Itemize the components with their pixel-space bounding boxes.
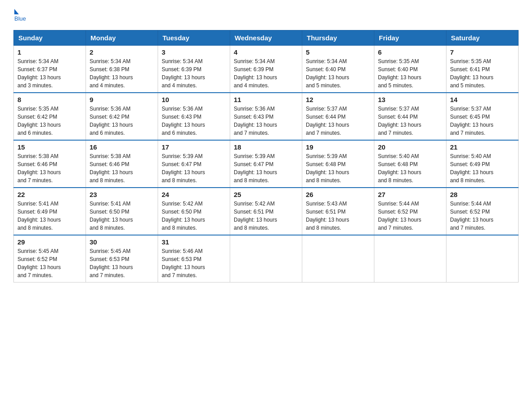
day-number: 6: [378, 48, 442, 56]
calendar-day-header: Friday: [374, 30, 446, 46]
calendar-table: SundayMondayTuesdayWednesdayThursdayFrid…: [13, 30, 519, 283]
day-info: Sunrise: 5:45 AMSunset: 6:52 PMDaylight:…: [17, 247, 82, 279]
day-number: 15: [17, 143, 82, 151]
day-number: 25: [234, 191, 298, 198]
day-info: Sunrise: 5:35 AMSunset: 6:40 PMDaylight:…: [378, 57, 442, 90]
day-number: 1: [17, 48, 82, 56]
day-number: 30: [90, 238, 154, 246]
day-info: Sunrise: 5:40 AMSunset: 6:49 PMDaylight:…: [450, 152, 515, 184]
calendar-day-cell: [302, 235, 374, 283]
day-number: 10: [162, 96, 226, 103]
calendar-week-row: 22Sunrise: 5:41 AMSunset: 6:49 PMDayligh…: [14, 188, 519, 235]
calendar-day-cell: 9Sunrise: 5:36 AMSunset: 6:42 PMDaylight…: [86, 93, 158, 140]
day-info: Sunrise: 5:41 AMSunset: 6:50 PMDaylight:…: [90, 200, 154, 232]
calendar-day-cell: 8Sunrise: 5:35 AMSunset: 6:42 PMDaylight…: [14, 93, 86, 140]
day-number: 19: [306, 143, 370, 151]
day-info: Sunrise: 5:34 AMSunset: 6:38 PMDaylight:…: [90, 57, 154, 90]
day-info: Sunrise: 5:44 AMSunset: 6:52 PMDaylight:…: [450, 200, 515, 232]
day-info: Sunrise: 5:34 AMSunset: 6:40 PMDaylight:…: [306, 57, 370, 90]
calendar-day-header: Sunday: [14, 30, 86, 46]
calendar-day-cell: 13Sunrise: 5:37 AMSunset: 6:44 PMDayligh…: [374, 93, 446, 140]
day-info: Sunrise: 5:36 AMSunset: 6:43 PMDaylight:…: [162, 105, 226, 137]
day-info: Sunrise: 5:42 AMSunset: 6:50 PMDaylight:…: [162, 200, 226, 232]
calendar-day-cell: 20Sunrise: 5:40 AMSunset: 6:48 PMDayligh…: [374, 140, 446, 188]
calendar-day-cell: 2Sunrise: 5:34 AMSunset: 6:38 PMDaylight…: [86, 46, 158, 93]
calendar-day-cell: [446, 235, 519, 283]
day-number: 11: [234, 96, 298, 103]
calendar-week-row: 8Sunrise: 5:35 AMSunset: 6:42 PMDaylight…: [14, 93, 519, 140]
day-number: 27: [378, 191, 442, 198]
calendar-day-cell: 26Sunrise: 5:43 AMSunset: 6:51 PMDayligh…: [302, 188, 374, 235]
calendar-day-cell: [374, 235, 446, 283]
day-info: Sunrise: 5:37 AMSunset: 6:45 PMDaylight:…: [450, 105, 515, 137]
day-number: 26: [306, 191, 370, 198]
calendar-day-cell: 14Sunrise: 5:37 AMSunset: 6:45 PMDayligh…: [446, 93, 519, 140]
calendar-day-cell: 12Sunrise: 5:37 AMSunset: 6:44 PMDayligh…: [302, 93, 374, 140]
day-info: Sunrise: 5:35 AMSunset: 6:41 PMDaylight:…: [450, 57, 515, 90]
calendar-day-cell: 28Sunrise: 5:44 AMSunset: 6:52 PMDayligh…: [446, 188, 519, 235]
calendar-day-cell: 22Sunrise: 5:41 AMSunset: 6:49 PMDayligh…: [14, 188, 86, 235]
calendar-day-cell: 17Sunrise: 5:39 AMSunset: 6:47 PMDayligh…: [158, 140, 230, 188]
day-info: Sunrise: 5:34 AMSunset: 6:39 PMDaylight:…: [234, 57, 298, 90]
day-number: 7: [450, 48, 515, 56]
day-info: Sunrise: 5:37 AMSunset: 6:44 PMDaylight:…: [306, 105, 370, 137]
calendar-day-cell: 25Sunrise: 5:42 AMSunset: 6:51 PMDayligh…: [230, 188, 302, 235]
day-number: 31: [162, 238, 226, 246]
day-info: Sunrise: 5:46 AMSunset: 6:53 PMDaylight:…: [162, 247, 226, 279]
calendar-day-cell: 7Sunrise: 5:35 AMSunset: 6:41 PMDaylight…: [446, 46, 519, 93]
day-number: 4: [234, 48, 298, 56]
calendar-day-cell: 27Sunrise: 5:44 AMSunset: 6:52 PMDayligh…: [374, 188, 446, 235]
calendar-week-row: 29Sunrise: 5:45 AMSunset: 6:52 PMDayligh…: [14, 235, 519, 283]
logo-triangle-icon: [14, 9, 19, 14]
day-info: Sunrise: 5:35 AMSunset: 6:42 PMDaylight:…: [17, 105, 82, 137]
day-info: Sunrise: 5:38 AMSunset: 6:46 PMDaylight:…: [17, 152, 82, 184]
logo-subtitle: Blue: [14, 15, 26, 22]
calendar-day-cell: 19Sunrise: 5:39 AMSunset: 6:48 PMDayligh…: [302, 140, 374, 188]
calendar-week-row: 15Sunrise: 5:38 AMSunset: 6:46 PMDayligh…: [14, 140, 519, 188]
day-info: Sunrise: 5:44 AMSunset: 6:52 PMDaylight:…: [378, 200, 442, 232]
day-info: Sunrise: 5:39 AMSunset: 6:48 PMDaylight:…: [306, 152, 370, 184]
calendar-day-cell: 15Sunrise: 5:38 AMSunset: 6:46 PMDayligh…: [14, 140, 86, 188]
day-number: 20: [378, 143, 442, 151]
calendar-day-cell: 29Sunrise: 5:45 AMSunset: 6:52 PMDayligh…: [14, 235, 86, 283]
day-number: 24: [162, 191, 226, 198]
calendar-day-cell: 31Sunrise: 5:46 AMSunset: 6:53 PMDayligh…: [158, 235, 230, 283]
day-number: 8: [17, 96, 82, 103]
calendar-day-cell: 18Sunrise: 5:39 AMSunset: 6:47 PMDayligh…: [230, 140, 302, 188]
day-info: Sunrise: 5:40 AMSunset: 6:48 PMDaylight:…: [378, 152, 442, 184]
day-info: Sunrise: 5:39 AMSunset: 6:47 PMDaylight:…: [162, 152, 226, 184]
calendar-day-cell: 6Sunrise: 5:35 AMSunset: 6:40 PMDaylight…: [374, 46, 446, 93]
day-number: 29: [17, 238, 82, 246]
day-info: Sunrise: 5:36 AMSunset: 6:42 PMDaylight:…: [90, 105, 154, 137]
day-number: 5: [306, 48, 370, 56]
calendar-day-cell: 11Sunrise: 5:36 AMSunset: 6:43 PMDayligh…: [230, 93, 302, 140]
day-info: Sunrise: 5:37 AMSunset: 6:44 PMDaylight:…: [378, 105, 442, 137]
day-info: Sunrise: 5:41 AMSunset: 6:49 PMDaylight:…: [17, 200, 82, 232]
calendar-day-header: Monday: [86, 30, 158, 46]
day-number: 3: [162, 48, 226, 56]
calendar-day-cell: 5Sunrise: 5:34 AMSunset: 6:40 PMDaylight…: [302, 46, 374, 93]
day-number: 17: [162, 143, 226, 151]
day-number: 21: [450, 143, 515, 151]
calendar-day-cell: 30Sunrise: 5:45 AMSunset: 6:53 PMDayligh…: [86, 235, 158, 283]
day-number: 2: [90, 48, 154, 56]
calendar-day-cell: 24Sunrise: 5:42 AMSunset: 6:50 PMDayligh…: [158, 188, 230, 235]
day-number: 13: [378, 96, 442, 103]
logo[interactable]: Blue: [13, 9, 26, 22]
day-info: Sunrise: 5:45 AMSunset: 6:53 PMDaylight:…: [90, 247, 154, 279]
calendar-day-header: Thursday: [302, 30, 374, 46]
day-number: 12: [306, 96, 370, 103]
calendar-header-row: SundayMondayTuesdayWednesdayThursdayFrid…: [14, 30, 519, 46]
calendar-day-cell: 4Sunrise: 5:34 AMSunset: 6:39 PMDaylight…: [230, 46, 302, 93]
day-info: Sunrise: 5:39 AMSunset: 6:47 PMDaylight:…: [234, 152, 298, 184]
calendar-day-cell: 1Sunrise: 5:34 AMSunset: 6:37 PMDaylight…: [14, 46, 86, 93]
calendar-week-row: 1Sunrise: 5:34 AMSunset: 6:37 PMDaylight…: [14, 46, 519, 93]
day-info: Sunrise: 5:36 AMSunset: 6:43 PMDaylight:…: [234, 105, 298, 137]
calendar-day-cell: 3Sunrise: 5:34 AMSunset: 6:39 PMDaylight…: [158, 46, 230, 93]
day-number: 16: [90, 143, 154, 151]
page-header: Blue: [13, 9, 519, 22]
day-number: 14: [450, 96, 515, 103]
calendar-day-cell: 23Sunrise: 5:41 AMSunset: 6:50 PMDayligh…: [86, 188, 158, 235]
calendar-day-cell: 16Sunrise: 5:38 AMSunset: 6:46 PMDayligh…: [86, 140, 158, 188]
day-info: Sunrise: 5:43 AMSunset: 6:51 PMDaylight:…: [306, 200, 370, 232]
